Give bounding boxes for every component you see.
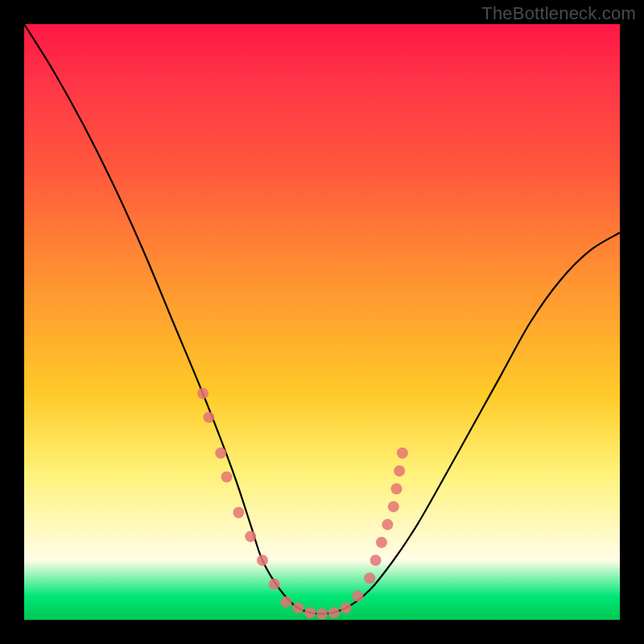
watermark-text: TheBottleneck.com [481,3,636,24]
data-point [221,471,233,482]
data-point [257,555,268,566]
data-point [316,609,328,620]
data-point [352,590,363,601]
data-point [304,607,316,618]
data-point [197,388,208,399]
data-point [376,537,387,548]
data-point [328,607,340,618]
marker-layer [197,388,408,620]
data-point [391,483,402,494]
plot-area [24,24,620,620]
curve-layer [24,24,620,620]
data-point [394,465,405,477]
data-point [203,411,214,423]
data-point [388,501,399,512]
data-point [245,530,256,542]
data-point [269,579,280,590]
data-point [292,602,303,613]
bottleneck-curve [24,24,620,614]
data-point [215,448,226,459]
data-point [382,519,393,530]
data-point [364,572,375,584]
chart-frame: TheBottleneck.com [0,0,644,644]
data-point [281,597,292,608]
data-point [233,507,244,518]
data-point [370,555,382,566]
data-point [397,448,408,459]
data-point [341,602,352,613]
